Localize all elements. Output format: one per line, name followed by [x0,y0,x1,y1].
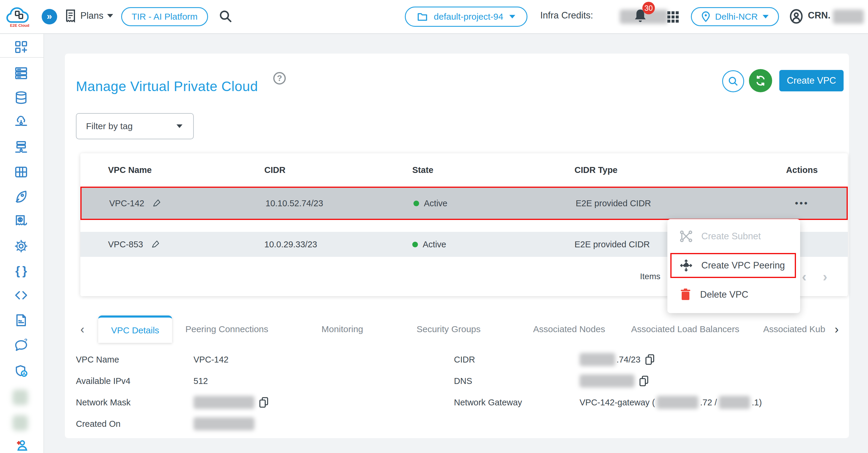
sidebar-item-database[interactable] [14,91,28,105]
tab-associated-nodes[interactable]: Associated Nodes [533,324,605,334]
compute-nodes-icon [14,66,28,80]
sidebar-item-support[interactable]: ? [14,338,28,353]
help-icon[interactable]: ? [273,72,286,85]
edit-pencil-icon[interactable] [150,239,161,250]
notification-count-badge: 30 [642,2,655,14]
e2e-cloud-logo[interactable]: E2E Cloud [5,3,34,31]
table-row-vpc-142[interactable]: VPC-142 10.10.52.74/23 Active E2E provid… [81,187,848,220]
sidebar-item-network-server[interactable] [14,140,28,154]
global-search-icon[interactable] [219,9,232,24]
sidebar-item-security[interactable] [14,364,28,378]
col-header-cidr-type: CIDR Type [575,165,756,175]
sidebar-item-documents[interactable] [14,313,28,327]
col-header-cidr: CIDR [264,165,412,175]
region-selector-label: Delhi-NCR [715,11,757,22]
menu-item-create-subnet[interactable]: Create Subnet [668,224,800,249]
copy-icon[interactable] [645,354,655,365]
refresh-button[interactable] [749,69,772,92]
cloud-network-icon [14,115,28,129]
table-search-button[interactable] [722,70,744,92]
tab-security-groups[interactable]: Security Groups [416,324,480,334]
cidr-suffix: .74/23 [617,355,641,365]
app-root: E2E Cloud » Plans TIR - AI Platform defa… [0,0,868,453]
vpc-name: VPC-853 [108,239,143,250]
plans-receipt-icon [64,9,77,23]
vpc-name-value: VPC-142 [193,352,228,367]
region-selector[interactable]: Delhi-NCR [691,7,779,26]
copy-icon[interactable] [259,396,269,408]
sidebar-item-redacted-1[interactable] [12,390,28,405]
edit-pencil-icon[interactable] [152,198,162,208]
highlight-create-vpc-peering [670,253,796,278]
sidebar-item-nodes[interactable] [14,66,28,80]
plans-menu[interactable]: Plans [64,9,113,23]
tab-associated-load-balancers[interactable]: Associated Load Balancers [631,324,739,334]
user-account-icon[interactable] [789,9,804,25]
sidebar-item-settings[interactable] [14,239,28,253]
apps-grid-icon[interactable] [667,11,679,24]
sidebar-item-dashboard[interactable] [14,40,28,54]
topbar: E2E Cloud » Plans TIR - AI Platform defa… [0,0,868,34]
vpc-state: Active [424,198,447,208]
dashboard-icon [14,40,28,54]
cidr-prefix-redacted [580,353,615,366]
subnet-network-icon [679,229,693,243]
vpc-cidr: 10.0.29.33/23 [264,239,412,250]
launch-rocket-icon [14,190,28,204]
tab-vpc-details[interactable]: VPC Details [98,316,172,343]
filter-by-tag-dropdown[interactable]: Filter by tag [76,113,194,139]
chevron-down-icon [509,15,515,19]
vpc-cidr-type: E2E provided CIDR [576,198,757,208]
col-header-state: State [412,165,575,175]
account-value-redacted [833,9,864,24]
chevron-down-icon [107,14,113,18]
chevron-down-icon [177,124,183,128]
tir-platform-button[interactable]: TIR - AI Platform [121,7,208,26]
cidr-label: CIDR [454,352,475,367]
search-icon [727,75,739,87]
folder-icon [417,12,428,22]
network-server-icon [14,140,28,154]
row-actions-menu-button[interactable]: ••• [757,198,846,208]
active-status-dot [412,242,418,247]
network-mask-label: Network Mask [76,395,131,410]
create-vpc-button[interactable]: Create VPC [779,70,844,91]
gateway-ip-redacted-1 [657,396,698,409]
appliance-grid-icon [14,165,28,179]
copy-icon[interactable] [639,375,649,387]
infra-credits-label: Infra Credits: [540,10,593,21]
sidebar-item-api[interactable]: { } [14,264,28,278]
created-on-label: Created On [76,416,121,431]
billing-icon [14,214,28,228]
sidebar-item-redacted-2[interactable] [12,415,28,431]
gateway-suffix: .1) [752,398,762,408]
sidebar-item-launch[interactable] [14,190,28,204]
sidebar-divider [0,57,43,58]
document-icon [14,313,28,327]
gateway-prefix: VPC-142-gateway ( [580,398,655,408]
tab-peering-connections[interactable]: Peering Connections [185,324,269,334]
project-selector[interactable]: default-project-94 [405,6,527,27]
double-chevron-icon: » [47,11,52,21]
network-gateway-label: Network Gateway [454,395,522,410]
tab-associated-kubernetes[interactable]: Associated Kub [763,324,827,334]
menu-item-delete-vpc[interactable]: Delete VPC [668,282,800,307]
items-per-page-label: Items [640,272,660,281]
project-selector-label: default-project-94 [434,11,503,22]
sidebar-item-code[interactable] [14,288,28,302]
sidebar-collapse-button[interactable]: » [42,9,57,24]
tabs-scroll-right-icon[interactable]: › [835,323,839,336]
chevron-down-icon [763,15,769,19]
sidebar-item-billing[interactable] [14,214,28,228]
sidebar-item-appliances[interactable] [14,165,28,179]
trash-icon [679,288,692,301]
vpc-state: Active [423,239,446,250]
sidebar-item-cloud-network[interactable] [14,115,28,129]
vpc-name: VPC-142 [109,198,144,208]
filter-by-tag-label: Filter by tag [86,121,133,131]
pagination-next-icon[interactable]: › [823,268,827,285]
tabs-scroll-left-icon[interactable]: ‹ [81,323,84,336]
sidebar-item-add-user[interactable] [14,438,28,452]
tab-monitoring[interactable]: Monitoring [321,324,363,334]
pagination-prev-icon[interactable]: ‹ [802,268,806,285]
